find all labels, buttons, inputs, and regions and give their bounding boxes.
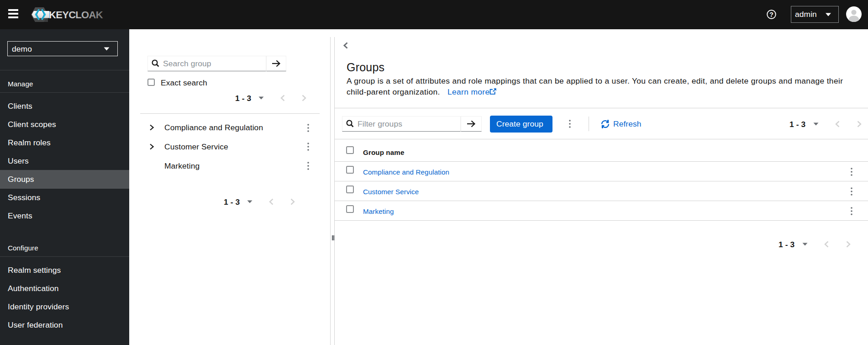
svg-text:?: ? [769,11,773,18]
svg-text:KEYCLOAK: KEYCLOAK [49,9,103,21]
